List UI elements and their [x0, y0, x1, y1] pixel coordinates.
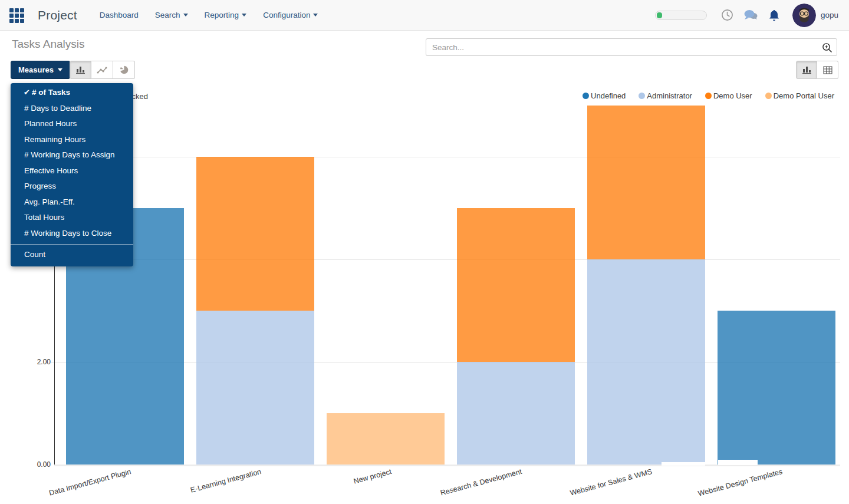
measure-item-label: Effective Hours: [24, 166, 78, 175]
username-label[interactable]: gopu: [821, 11, 838, 19]
measure-item[interactable]: Effective Hours: [11, 163, 133, 179]
legend-item-administrator[interactable]: Administrator: [639, 91, 692, 100]
menu-item-search[interactable]: Search: [155, 11, 188, 19]
search-box: [426, 38, 837, 56]
progress-fill: [657, 12, 662, 18]
chevron-down-icon: [242, 14, 246, 17]
x-axis-category-label: New project: [254, 467, 392, 504]
bar-segment-demo-user: [587, 106, 705, 259]
x-axis-category-label: Research & Development: [384, 467, 522, 504]
chevron-down-icon: [58, 68, 62, 71]
x-axis-category-label: Website for Sales & WMS: [514, 467, 653, 504]
chart-type-switcher: [70, 61, 135, 79]
measure-item-label: Planned Hours: [24, 119, 77, 128]
search-input[interactable]: [432, 39, 815, 55]
page-title: Tasks Analysis: [12, 38, 85, 51]
bar-segment-demo-user: [457, 208, 575, 362]
legend-item-demo-user[interactable]: Demo User: [705, 91, 752, 100]
measure-item-count[interactable]: Count: [11, 247, 133, 263]
measure-item-label: # Days to Deadline: [24, 104, 91, 113]
menu-item-label: Reporting: [205, 11, 239, 19]
measure-item[interactable]: # Working Days to Close: [11, 226, 133, 242]
bar-segment-administrator: [457, 362, 575, 465]
chart-render-artifact: [662, 462, 705, 466]
menu-item-label: Search: [155, 11, 180, 19]
check-icon: ✔: [24, 88, 30, 97]
pivot-view-button[interactable]: [817, 61, 838, 79]
measure-item-label: Count: [24, 250, 45, 259]
menu-item-dashboard[interactable]: Dashboard: [100, 11, 139, 19]
search-magnifier-icon[interactable]: [821, 42, 833, 56]
user-avatar[interactable]: [792, 4, 816, 27]
chevron-down-icon: [183, 14, 188, 17]
bar-segment-demo-portal-user: [327, 413, 445, 465]
measure-item-label: # of Tasks: [32, 88, 70, 97]
messages-icon[interactable]: [743, 9, 758, 22]
notifications-bell-icon[interactable]: [768, 9, 781, 22]
measure-item[interactable]: Total Hours: [11, 210, 133, 226]
measures-dropdown-button[interactable]: Measures: [11, 61, 70, 79]
chart-render-artifact: [718, 460, 758, 465]
pie-chart-button[interactable]: [113, 61, 135, 79]
menu-item-label: Configuration: [263, 11, 310, 19]
legend-dot-icon: [765, 93, 772, 99]
measure-item-label: Progress: [24, 182, 56, 190]
gridline: [51, 157, 840, 157]
legend-item-demo-portal-user[interactable]: Demo Portal User: [765, 91, 834, 100]
legend-dot-icon: [639, 93, 645, 99]
top-navbar: Project DashboardSearchReportingConfigur…: [0, 0, 849, 31]
chevron-down-icon: [313, 14, 318, 17]
measures-button-label: Measures: [18, 65, 54, 74]
bar-segment-administrator: [587, 259, 705, 465]
measure-item[interactable]: # Working Days to Assign: [11, 147, 133, 163]
top-menu: DashboardSearchReportingConfiguration: [91, 11, 327, 19]
measure-item-label: Remaining Hours: [24, 135, 85, 144]
measure-item-label: # Working Days to Assign: [24, 150, 115, 159]
bar-segment-undefined: [718, 311, 835, 465]
chart-legend: UndefinedAdministratorDemo UserDemo Port…: [570, 91, 834, 100]
x-axis-category-label: E-Learning Integration: [123, 467, 262, 504]
legend-label: Demo User: [713, 91, 752, 100]
systray: gopu: [655, 4, 842, 27]
y-axis-tick-label: 0.00: [27, 460, 51, 469]
control-panel-row1: Tasks Analysis: [0, 31, 849, 59]
measure-item[interactable]: Planned Hours: [11, 116, 133, 132]
measure-item-label: Avg. Plan.-Eff.: [24, 197, 75, 206]
bar-segment-administrator: [196, 311, 314, 465]
apps-grid-icon[interactable]: [8, 7, 25, 24]
measure-item[interactable]: Progress: [11, 179, 133, 195]
legend-label: Administrator: [647, 91, 692, 100]
bar-segment-demo-user: [196, 157, 314, 311]
menu-item-configuration[interactable]: Configuration: [263, 11, 318, 19]
menu-divider: [11, 244, 133, 245]
legend-dot-icon: [583, 93, 589, 99]
x-axis-category-label: Website Design Templates: [644, 467, 783, 504]
measure-item-label: # Working Days to Close: [24, 229, 111, 238]
legend-label: Undefined: [591, 91, 626, 100]
menu-item-label: Dashboard: [100, 11, 139, 19]
measure-item[interactable]: # Days to Deadline: [11, 101, 133, 117]
menu-item-reporting[interactable]: Reporting: [205, 11, 247, 19]
app-brand-title[interactable]: Project: [38, 8, 77, 22]
measure-item-label: Total Hours: [24, 213, 64, 222]
usage-progress-pill[interactable]: [655, 11, 707, 20]
legend-dot-icon: [705, 93, 712, 99]
measure-item[interactable]: Remaining Hours: [11, 132, 133, 148]
measure-item[interactable]: ✔# of Tasks: [11, 85, 133, 101]
control-panel-row2: Measures: [0, 59, 849, 83]
legend-label: Demo Portal User: [774, 91, 834, 100]
line-chart-button[interactable]: [91, 61, 113, 79]
activity-clock-icon[interactable]: [721, 9, 733, 21]
measures-menu: ✔# of Tasks# Days to DeadlinePlanned Hou…: [11, 83, 133, 266]
measure-item[interactable]: Avg. Plan.-Eff.: [11, 195, 133, 210]
legend-item-undefined[interactable]: Undefined: [583, 91, 626, 100]
graph-view-button[interactable]: [796, 61, 817, 79]
x-axis-category-label: Data Import/Export Plugin: [0, 467, 132, 504]
bar-chart-button[interactable]: [70, 61, 91, 79]
y-axis-tick-label: 2.00: [27, 358, 51, 366]
view-switcher: [796, 61, 838, 79]
